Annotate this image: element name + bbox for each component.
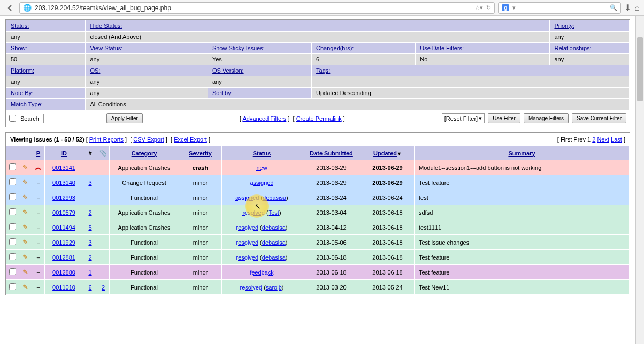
row-select-checkbox[interactable] bbox=[9, 193, 16, 200]
download-icon[interactable]: ⬇ bbox=[624, 3, 631, 13]
filter-status-label[interactable]: Status: bbox=[11, 22, 29, 29]
col-summary[interactable]: Summary bbox=[508, 150, 535, 157]
print-reports-link[interactable]: Print Reports bbox=[89, 136, 124, 143]
row-select-checkbox[interactable] bbox=[9, 208, 16, 215]
note-count-link[interactable]: 6 bbox=[88, 284, 91, 291]
filter-os-version-label[interactable]: OS Version: bbox=[212, 67, 244, 74]
edit-icon[interactable]: ✎ bbox=[22, 223, 28, 231]
row-select-checkbox[interactable] bbox=[9, 178, 16, 185]
col-updated[interactable]: Updated bbox=[373, 150, 397, 157]
issue-id-link[interactable]: 0013140 bbox=[52, 179, 75, 186]
assignee-link[interactable]: debasisa bbox=[263, 194, 286, 201]
filter-platform-label[interactable]: Platform: bbox=[11, 67, 34, 74]
status-link[interactable]: new bbox=[256, 165, 267, 171]
edit-icon[interactable]: ✎ bbox=[22, 178, 28, 186]
col-date-submitted[interactable]: Date Submitted bbox=[310, 150, 353, 157]
filter-sort-by-label[interactable]: Sort by: bbox=[212, 90, 233, 96]
reload-icon[interactable]: ↻ bbox=[486, 4, 491, 11]
issue-id-link[interactable]: 0012880 bbox=[52, 269, 75, 276]
assignee-link[interactable]: sarojb bbox=[266, 284, 282, 291]
filter-date-filters-label[interactable]: Use Date Filters: bbox=[420, 45, 464, 51]
filter-priority-label[interactable]: Priority: bbox=[554, 22, 574, 29]
issue-id-link[interactable]: 0011494 bbox=[52, 224, 75, 231]
edit-icon[interactable]: ✎ bbox=[22, 163, 28, 171]
back-button[interactable] bbox=[4, 2, 16, 14]
row-select-checkbox[interactable] bbox=[9, 268, 16, 275]
status-link[interactable]: resolved bbox=[236, 239, 258, 246]
issue-id-link[interactable]: 0013141 bbox=[52, 165, 75, 171]
status-link[interactable]: resolved bbox=[236, 224, 258, 231]
apply-filter-button[interactable]: Apply Filter bbox=[106, 113, 143, 123]
vertical-scrollbar[interactable] bbox=[635, 16, 644, 301]
note-count-link[interactable]: 1 bbox=[88, 269, 91, 276]
assignee-link[interactable]: Test bbox=[269, 209, 279, 216]
bookmark-icon[interactable]: ☆▾ bbox=[474, 4, 483, 11]
row-select-checkbox[interactable] bbox=[9, 223, 16, 230]
filter-changed-label[interactable]: Changed(hrs): bbox=[316, 45, 354, 51]
note-count-link[interactable]: 2 bbox=[88, 209, 91, 216]
edit-icon[interactable]: ✎ bbox=[22, 283, 28, 291]
issue-id-link[interactable]: 0011929 bbox=[52, 239, 75, 246]
status-link[interactable]: assigned bbox=[235, 194, 259, 201]
filter-relationships-label[interactable]: Relationships: bbox=[554, 45, 591, 51]
col-priority[interactable]: P bbox=[36, 150, 40, 157]
issue-id-link[interactable]: 0010579 bbox=[52, 209, 75, 216]
use-filter-button[interactable]: Use Filter bbox=[488, 113, 520, 123]
status-link[interactable]: resolved bbox=[242, 209, 265, 216]
search-icon[interactable]: 🔍 bbox=[610, 4, 617, 11]
edit-icon[interactable]: ✎ bbox=[22, 253, 28, 261]
status-link[interactable]: assigned bbox=[250, 179, 273, 186]
edit-icon[interactable]: ✎ bbox=[22, 238, 28, 246]
url-bar[interactable]: 🌐 203.129.204.52/teamks/view_all_bug_pag… bbox=[19, 2, 495, 14]
row-select-checkbox[interactable] bbox=[9, 253, 16, 260]
filter-os-label[interactable]: OS: bbox=[90, 67, 100, 74]
col-id[interactable]: ID bbox=[61, 150, 67, 157]
filter-show-label[interactable]: Show: bbox=[11, 45, 27, 51]
filter-note-by-label[interactable]: Note By: bbox=[11, 90, 33, 96]
status-link[interactable]: resolved bbox=[240, 284, 263, 291]
status-link[interactable]: feedback bbox=[250, 269, 274, 276]
assignee-link[interactable]: debasisa bbox=[262, 254, 286, 261]
edit-icon[interactable]: ✎ bbox=[22, 268, 28, 276]
row-select-checkbox[interactable] bbox=[9, 283, 16, 290]
advanced-filters-link[interactable]: Advanced Filters bbox=[242, 115, 286, 122]
reset-filter-dropdown[interactable]: [Reset Filter] ▾ bbox=[442, 113, 485, 123]
note-count-link[interactable]: 3 bbox=[88, 179, 91, 186]
note-count-link[interactable]: 3 bbox=[88, 239, 91, 246]
scroll-thumb[interactable] bbox=[637, 37, 643, 101]
filter-view-status-label[interactable]: View Status: bbox=[90, 45, 122, 51]
row-select-checkbox[interactable] bbox=[9, 238, 16, 245]
filter-sticky-label[interactable]: Show Sticky Issues: bbox=[212, 45, 265, 51]
edit-icon[interactable]: ✎ bbox=[22, 208, 28, 216]
attachment-count-link[interactable]: 2 bbox=[102, 284, 105, 291]
issue-id-link[interactable]: 0012993 bbox=[52, 194, 75, 201]
filter-hide-status-label[interactable]: Hide Status: bbox=[90, 22, 122, 29]
home-icon[interactable]: ⌂ bbox=[634, 3, 640, 13]
issue-id-link[interactable]: 0011010 bbox=[52, 284, 75, 291]
row-select-checkbox[interactable] bbox=[9, 163, 16, 170]
col-severity[interactable]: Severity bbox=[189, 150, 212, 157]
save-filter-button[interactable]: Save Current Filter bbox=[572, 113, 626, 123]
manage-filters-button[interactable]: Manage Filters bbox=[524, 113, 569, 123]
assignee-link[interactable]: debasisa bbox=[262, 224, 286, 231]
filter-match-type-label[interactable]: Match Type: bbox=[11, 101, 43, 107]
next-page-link[interactable]: Next bbox=[597, 136, 609, 143]
excel-export-link[interactable]: Excel Export bbox=[174, 136, 207, 143]
note-count-link[interactable]: 2 bbox=[88, 254, 91, 261]
edit-icon[interactable]: ✎ bbox=[22, 193, 28, 201]
last-page-link[interactable]: Last bbox=[611, 136, 622, 143]
note-count-link[interactable]: 5 bbox=[88, 224, 91, 231]
assignee-link[interactable]: debasisa bbox=[262, 239, 286, 246]
search-input[interactable] bbox=[43, 114, 102, 123]
csv-export-link[interactable]: CSV Export bbox=[133, 136, 164, 143]
search-checkbox[interactable] bbox=[9, 115, 16, 122]
browser-search[interactable]: g ▾ 🔍 bbox=[498, 2, 621, 14]
page-2-link[interactable]: 2 bbox=[592, 136, 595, 143]
col-category[interactable]: Category bbox=[132, 150, 157, 157]
filter-tags-label[interactable]: Tags: bbox=[316, 67, 330, 74]
status-link[interactable]: resolved bbox=[236, 254, 258, 261]
issue-id-link[interactable]: 0012881 bbox=[52, 254, 75, 261]
search-dropdown-icon[interactable]: ▾ bbox=[512, 4, 516, 11]
col-status[interactable]: Status bbox=[253, 150, 271, 157]
create-permalink-link[interactable]: Create Permalink bbox=[296, 115, 342, 122]
